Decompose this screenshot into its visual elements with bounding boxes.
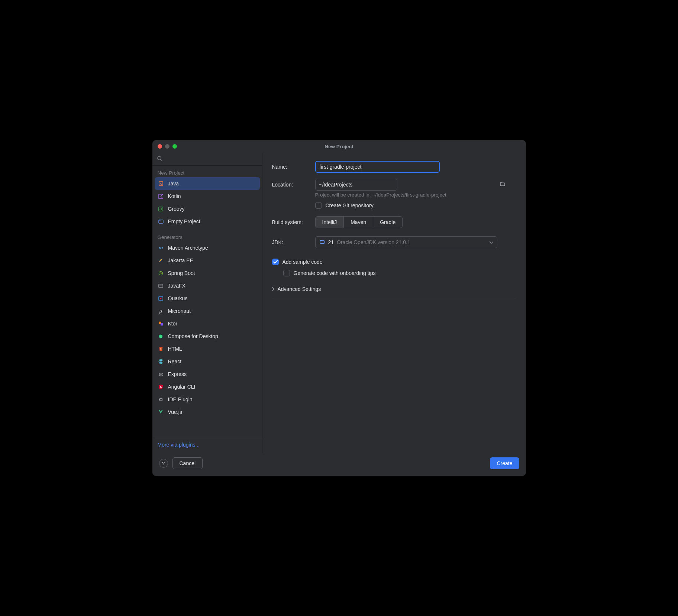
zoom-window-button[interactable] — [172, 144, 177, 149]
build-system-label: Build system: — [272, 219, 315, 225]
build-system-option-maven[interactable]: Maven — [344, 217, 373, 228]
sidebar-item-label: Micronaut — [168, 307, 191, 315]
sidebar-item-compose-desktop[interactable]: Compose for Desktop — [152, 330, 262, 343]
add-sample-checkbox[interactable] — [272, 259, 279, 265]
advanced-divider — [272, 298, 516, 298]
sidebar-item-label: Empty Project — [168, 217, 200, 226]
express-icon: ex — [158, 371, 164, 377]
sidebar-item-react[interactable]: React — [152, 355, 262, 368]
sidebar-header-new-project: New Project — [152, 168, 262, 177]
sidebar-item-label: Angular CLI — [168, 383, 196, 391]
sidebar-item-label: Kotlin — [168, 192, 181, 200]
folder-icon[interactable] — [500, 182, 506, 188]
react-icon — [158, 358, 164, 365]
svg-rect-7 — [159, 284, 163, 287]
svg-rect-23 — [500, 183, 504, 186]
java-icon — [158, 180, 164, 187]
add-sample-label: Add sample code — [282, 259, 323, 265]
sidebar-item-label: Express — [168, 370, 187, 378]
compose-icon — [158, 333, 164, 340]
sidebar-item-ide-plugin[interactable]: IDE Plugin — [152, 393, 262, 406]
jakarta-icon — [158, 257, 164, 264]
generate-tips-row: Generate code with onboarding tips — [283, 270, 516, 276]
sidebar-header-generators: Generators — [152, 232, 262, 241]
search-icon[interactable] — [157, 156, 162, 162]
window-controls — [152, 144, 177, 149]
generate-tips-label: Generate code with onboarding tips — [294, 270, 376, 276]
sidebar-item-quarkus[interactable]: Quarkus — [152, 292, 262, 305]
kotlin-icon — [158, 193, 164, 200]
sidebar-item-spring-boot[interactable]: Spring Boot — [152, 267, 262, 279]
groovy-icon: G — [158, 205, 164, 212]
sidebar-item-label: Ktor — [168, 320, 178, 328]
titlebar: New Project — [152, 140, 526, 153]
jdk-folder-icon — [319, 239, 325, 246]
name-input[interactable]: first-gradle-project — [315, 161, 440, 173]
new-project-dialog: New Project New Project Java — [152, 140, 526, 476]
more-via-plugins-link[interactable]: More via plugins... — [158, 442, 200, 448]
sidebar-item-label: Maven Archetype — [168, 244, 208, 252]
create-button[interactable]: Create — [490, 457, 519, 469]
sidebar-item-label: Java — [168, 179, 179, 188]
create-git-checkbox[interactable] — [315, 202, 322, 209]
jdk-detail: Oracle OpenJDK version 21.0.1 — [337, 239, 410, 245]
plugin-icon — [158, 396, 164, 403]
advanced-settings-toggle[interactable]: Advanced Settings — [272, 286, 516, 296]
svg-text:5: 5 — [160, 348, 161, 350]
close-window-button[interactable] — [158, 144, 162, 149]
location-hint: Project will be created in: ~/IdeaProjec… — [315, 192, 516, 198]
sidebar-content: New Project Java Kotlin G — [152, 166, 262, 437]
empty-project-icon — [158, 218, 164, 225]
location-row: Location: — [272, 179, 516, 191]
sidebar-item-label: Spring Boot — [168, 269, 195, 277]
jdk-select[interactable]: 21 Oracle OpenJDK version 21.0.1 — [315, 236, 497, 248]
location-input[interactable] — [315, 179, 397, 191]
add-sample-row: Add sample code — [272, 259, 516, 265]
sidebar-item-empty-project[interactable]: Empty Project — [152, 215, 262, 228]
build-system-option-gradle[interactable]: Gradle — [373, 217, 402, 228]
sidebar-item-groovy[interactable]: G Groovy — [152, 202, 262, 215]
sidebar-item-ktor[interactable]: Ktor — [152, 317, 262, 330]
sidebar-footer: More via plugins... — [152, 437, 262, 453]
sidebar-item-label: Groovy — [168, 205, 185, 213]
svg-text:A: A — [160, 385, 162, 389]
svg-rect-24 — [320, 240, 324, 243]
javafx-icon — [158, 282, 164, 289]
svg-rect-12 — [161, 323, 163, 325]
name-label: Name: — [272, 164, 315, 170]
sidebar-item-micronaut[interactable]: μ Micronaut — [152, 305, 262, 317]
text-cursor — [362, 164, 362, 170]
svg-line-1 — [161, 159, 162, 161]
sidebar-item-kotlin[interactable]: Kotlin — [152, 190, 262, 202]
chevron-down-icon — [489, 239, 493, 245]
advanced-settings-label: Advanced Settings — [278, 286, 321, 292]
build-system-option-intellij[interactable]: IntelliJ — [316, 217, 344, 228]
ktor-icon — [158, 320, 164, 327]
help-button[interactable]: ? — [159, 459, 168, 468]
sidebar-item-html[interactable]: 5 HTML — [152, 343, 262, 355]
svg-rect-19 — [159, 398, 162, 401]
spring-icon — [158, 270, 164, 276]
sidebar-item-javafx[interactable]: JavaFX — [152, 279, 262, 292]
build-system-row: Build system: IntelliJ Maven Gradle — [272, 216, 516, 228]
dialog-footer: ? Cancel Create — [152, 453, 526, 476]
sidebar-item-express[interactable]: ex Express — [152, 368, 262, 380]
sidebar-item-angular-cli[interactable]: A Angular CLI — [152, 380, 262, 393]
sidebar-item-jakarta-ee[interactable]: Jakarta EE — [152, 254, 262, 267]
sidebar: New Project Java Kotlin G — [152, 153, 262, 453]
sidebar-item-vuejs[interactable]: Vue.js — [152, 406, 262, 418]
micronaut-icon: μ — [158, 308, 164, 314]
minimize-window-button[interactable] — [165, 144, 170, 149]
sidebar-item-java[interactable]: Java — [155, 177, 260, 190]
sidebar-item-label: Vue.js — [168, 408, 182, 416]
sidebar-item-maven-archetype[interactable]: m Maven Archetype — [152, 241, 262, 254]
sidebar-item-label: Quarkus — [168, 294, 188, 302]
generate-tips-checkbox[interactable] — [283, 270, 290, 276]
sidebar-item-label: Jakarta EE — [168, 256, 193, 265]
svg-point-14 — [160, 361, 161, 362]
cancel-button[interactable]: Cancel — [172, 457, 203, 469]
sidebar-item-label: Compose for Desktop — [168, 332, 218, 340]
quarkus-icon — [158, 295, 164, 302]
sidebar-item-label: React — [168, 357, 182, 366]
sidebar-item-label: IDE Plugin — [168, 395, 193, 403]
